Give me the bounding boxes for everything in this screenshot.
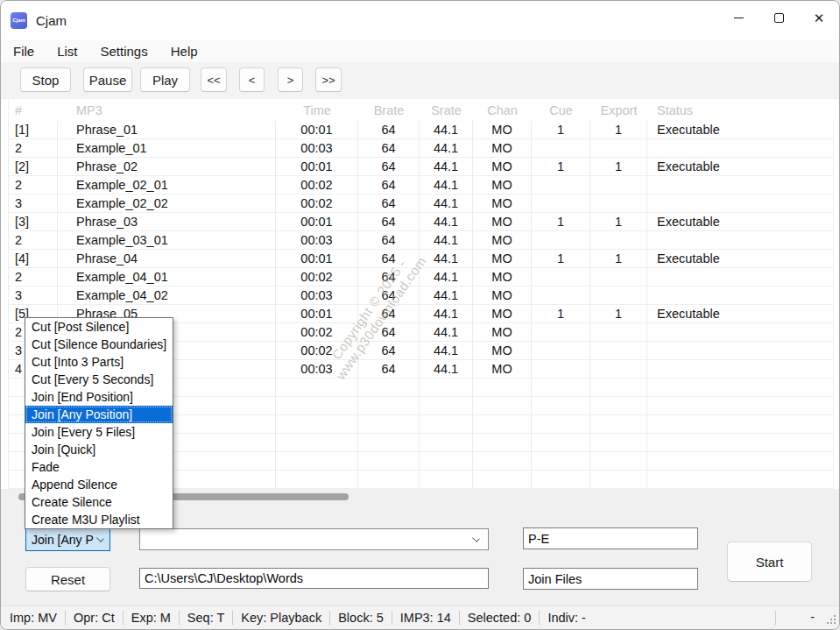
- cell: 00:03: [276, 360, 358, 378]
- reset-button[interactable]: Reset: [25, 567, 110, 591]
- cell: 64: [358, 342, 420, 359]
- cell: 44.1: [420, 268, 473, 286]
- cell: 44.1: [420, 121, 473, 138]
- cell: 44.1: [420, 176, 473, 194]
- table-row[interactable]: 2Example_04_0100:026444.1MO: [9, 268, 833, 287]
- status-separator: [775, 611, 776, 625]
- context-menu-item[interactable]: Join [Quick]: [25, 441, 173, 458]
- context-menu-item[interactable]: Append Silence: [25, 476, 173, 493]
- cell: 44.1: [420, 305, 473, 322]
- context-menu-item[interactable]: Cut [Every 5 Seconds]: [25, 371, 173, 388]
- cell: [590, 434, 647, 451]
- table-row[interactable]: [1]Phrase_0100:016444.1MO11Executable: [9, 121, 833, 139]
- table-row[interactable]: 2Example_0100:036444.1MO: [9, 139, 833, 158]
- cell: [590, 195, 647, 212]
- file-dropdown[interactable]: [139, 528, 489, 550]
- column-header: #: [9, 99, 58, 121]
- menu-settings[interactable]: Settings: [101, 44, 148, 59]
- cell: [532, 231, 590, 249]
- cell: 44.1: [420, 158, 473, 175]
- cell: [276, 471, 358, 488]
- cell: 2: [9, 231, 58, 249]
- context-menu-item[interactable]: Create Silence: [25, 493, 173, 511]
- cell: 00:01: [276, 213, 358, 230]
- context-menu-item[interactable]: Cut [Silence Boundaries]: [25, 336, 173, 353]
- menu-help[interactable]: Help: [171, 44, 198, 59]
- resize-grip-icon[interactable]: [825, 613, 837, 626]
- cell: 00:01: [276, 250, 358, 267]
- step-back-button[interactable]: <: [239, 67, 265, 92]
- cell: [358, 379, 420, 396]
- context-menu-item[interactable]: Cut [Into 3 Parts]: [25, 353, 173, 371]
- prefix-field[interactable]: [523, 527, 698, 549]
- table-row[interactable]: [2]Phrase_0200:016444.1MO11Executable: [9, 158, 833, 176]
- fast-forward-button[interactable]: >>: [315, 67, 342, 92]
- context-menu-item[interactable]: Join [End Position]: [25, 388, 173, 406]
- table-row[interactable]: 2Example_02_0100:026444.1MO: [9, 176, 833, 195]
- rewind-button[interactable]: <<: [201, 67, 227, 92]
- cell: [590, 397, 647, 414]
- context-menu: Cut [Post Silence]Cut [Silence Boundarie…: [25, 317, 173, 529]
- cell: [647, 434, 833, 451]
- cell: MO: [473, 342, 532, 359]
- cell: [1]: [9, 121, 58, 138]
- toolbar: Stop Pause Play << < > >> 00:00:00 | 00:…: [1, 62, 839, 99]
- status-item: Imp: MV: [10, 611, 65, 625]
- cell: [590, 342, 647, 359]
- table-row[interactable]: 3Example_04_0200:036444.1MO: [9, 287, 833, 305]
- cell: MO: [473, 305, 532, 322]
- cell: [647, 323, 833, 341]
- cell: Example_02_02: [58, 195, 276, 212]
- pause-button[interactable]: Pause: [83, 67, 132, 92]
- cell: [420, 397, 473, 414]
- cell: MO: [473, 287, 532, 304]
- column-header: Cue: [532, 99, 590, 121]
- cell: MO: [473, 121, 532, 138]
- cell: [358, 471, 420, 488]
- play-button[interactable]: Play: [140, 67, 190, 92]
- cell: [276, 379, 358, 396]
- context-menu-item[interactable]: Cut [Post Silence]: [25, 318, 173, 336]
- context-menu-item[interactable]: Create M3U Playlist: [25, 511, 173, 528]
- start-button[interactable]: Start: [727, 542, 812, 582]
- cell: [358, 452, 420, 470]
- cell: 1: [532, 305, 590, 322]
- cell: 00:02: [276, 323, 358, 341]
- context-menu-item[interactable]: Join [Every 5 Files]: [25, 423, 173, 441]
- cell: [590, 415, 647, 433]
- stop-button[interactable]: Stop: [20, 67, 71, 92]
- cell: 00:03: [276, 287, 358, 304]
- table-row[interactable]: [4]Phrase_0400:016444.1MO11Executable: [9, 250, 833, 268]
- cell: Phrase_01: [58, 121, 276, 138]
- minimize-button[interactable]: [718, 1, 759, 34]
- output-name-field[interactable]: [523, 568, 698, 590]
- context-menu-item[interactable]: Fade: [25, 458, 173, 476]
- cell: [590, 287, 647, 304]
- cell: [532, 434, 590, 451]
- close-button[interactable]: ✕: [799, 1, 839, 34]
- cell: [532, 471, 590, 488]
- maximize-button[interactable]: [759, 1, 799, 34]
- cell: [3]: [9, 213, 58, 230]
- cell: [590, 323, 647, 341]
- cell: [647, 360, 833, 378]
- cell: 64: [358, 305, 420, 322]
- cell: 64: [358, 213, 420, 230]
- menu-list[interactable]: List: [57, 44, 77, 59]
- table-row[interactable]: 3Example_02_0200:026444.1MO: [9, 195, 833, 213]
- table-row[interactable]: 2Example_03_0100:036444.1MO: [9, 231, 833, 250]
- cell: MO: [473, 176, 532, 194]
- operation-dropdown[interactable]: Join [Any P: [25, 528, 110, 551]
- cell: 44.1: [420, 139, 473, 157]
- context-menu-item[interactable]: Join [Any Position]: [25, 406, 173, 423]
- table-row[interactable]: [3]Phrase_0300:016444.1MO11Executable: [9, 213, 833, 231]
- maximize-icon: [774, 13, 784, 23]
- step-forward-button[interactable]: >: [278, 67, 303, 92]
- app-window: Cjam Cjam ✕ File List Settings Help Stop…: [0, 0, 840, 630]
- column-header: Srate: [420, 99, 473, 121]
- cell: 00:02: [276, 342, 358, 359]
- cell: 1: [532, 213, 590, 230]
- cell: [647, 471, 833, 488]
- path-field[interactable]: [139, 568, 489, 589]
- menu-file[interactable]: File: [13, 44, 34, 59]
